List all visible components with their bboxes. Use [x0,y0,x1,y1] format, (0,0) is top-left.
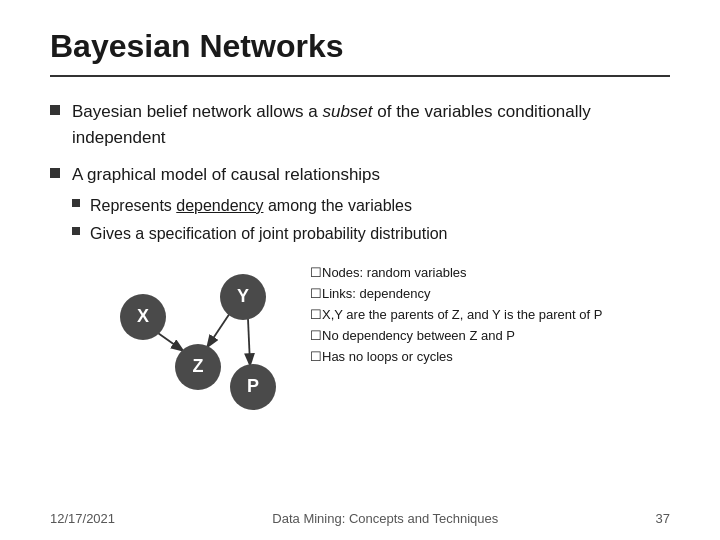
underline-dependency: dependency [176,197,263,214]
bullet-square-2 [50,168,60,178]
note-3: ☐X,Y are the parents of Z, and Y is the … [310,306,602,324]
footer-page: 37 [656,511,670,526]
node-z: Z [175,344,221,390]
bullet-section: Bayesian belief network allows a subset … [50,99,670,246]
sub-bullet-item-1: Represents dependency among the variable… [72,194,448,218]
title-divider [50,75,670,77]
sub-bullet-square-1 [72,199,80,207]
sub-bullet-text-1: Represents dependency among the variable… [90,194,412,218]
italic-subset: subset [322,102,372,121]
diagram-notes-area: X Y Z P ☐Nodes: random variables ☐Links:… [110,264,670,414]
bullet-text-1: Bayesian belief network allows a subset … [72,99,670,150]
footer-date: 12/17/2021 [50,511,115,526]
node-p: P [230,364,276,410]
node-y: Y [220,274,266,320]
bullet-text-2: A graphical model of causal relationship… [72,162,448,246]
footer-course: Data Mining: Concepts and Techniques [272,511,498,526]
bullet-square-1 [50,105,60,115]
bullet-item-1: Bayesian belief network allows a subset … [50,99,670,150]
footer: 12/17/2021 Data Mining: Concepts and Tec… [50,511,670,526]
note-1: ☐Nodes: random variables [310,264,602,282]
slide: Bayesian Networks Bayesian belief networ… [0,0,720,540]
sub-bullet-square-2 [72,227,80,235]
sub-bullet-item-2: Gives a specification of joint probabili… [72,222,448,246]
note-5: ☐Has no loops or cycles [310,348,602,366]
notes-area: ☐Nodes: random variables ☐Links: depende… [310,264,602,367]
bullet-item-2: A graphical model of causal relationship… [50,162,670,246]
sub-bullet-text-2: Gives a specification of joint probabili… [90,222,448,246]
note-4: ☐No dependency between Z and P [310,327,602,345]
sub-bullet-list: Represents dependency among the variable… [72,194,448,246]
svg-line-2 [248,319,250,364]
diagram-area: X Y Z P [110,264,290,414]
note-2: ☐Links: dependency [310,285,602,303]
slide-title: Bayesian Networks [50,28,670,65]
node-x: X [120,294,166,340]
